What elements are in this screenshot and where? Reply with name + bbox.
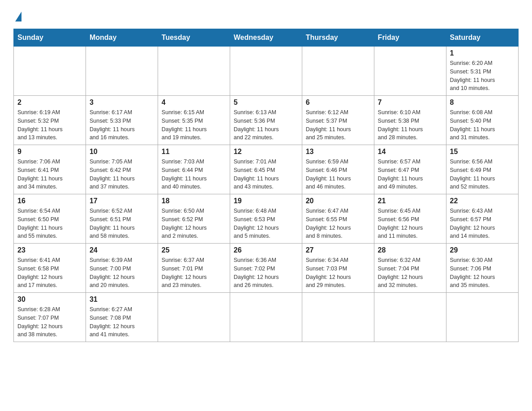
day-number: 5 [234, 98, 298, 107]
day-info: Sunrise: 6:17 AM Sunset: 5:33 PM Dayligh… [90, 108, 154, 142]
calendar-week-2: 2Sunrise: 6:19 AM Sunset: 5:32 PM Daylig… [14, 96, 519, 145]
calendar-cell: 18Sunrise: 6:50 AM Sunset: 6:52 PM Dayli… [158, 194, 230, 244]
weekday-header-monday: Monday [86, 29, 158, 47]
day-info: Sunrise: 6:19 AM Sunset: 5:32 PM Dayligh… [17, 108, 82, 142]
calendar-cell: 29Sunrise: 6:30 AM Sunset: 7:06 PM Dayli… [446, 244, 518, 293]
day-number: 29 [450, 246, 515, 254]
day-info: Sunrise: 6:08 AM Sunset: 5:40 PM Dayligh… [450, 108, 515, 142]
day-info: Sunrise: 6:47 AM Sunset: 6:55 PM Dayligh… [306, 207, 370, 240]
day-number: 10 [90, 148, 154, 156]
calendar-cell [86, 47, 158, 96]
calendar-cell: 3Sunrise: 6:17 AM Sunset: 5:33 PM Daylig… [86, 96, 158, 145]
day-number: 19 [234, 197, 298, 205]
day-number: 30 [17, 295, 82, 304]
calendar-cell [14, 47, 86, 96]
calendar-cell [374, 47, 446, 96]
calendar-week-1: 1Sunrise: 6:20 AM Sunset: 5:31 PM Daylig… [14, 47, 519, 96]
calendar-cell: 31Sunrise: 6:27 AM Sunset: 7:08 PM Dayli… [86, 293, 158, 342]
day-info: Sunrise: 6:57 AM Sunset: 6:47 PM Dayligh… [378, 158, 442, 191]
day-number: 6 [306, 98, 370, 107]
day-info: Sunrise: 7:01 AM Sunset: 6:45 PM Dayligh… [234, 158, 298, 191]
calendar-cell: 12Sunrise: 7:01 AM Sunset: 6:45 PM Dayli… [230, 145, 302, 194]
day-info: Sunrise: 6:10 AM Sunset: 5:38 PM Dayligh… [378, 108, 442, 142]
calendar-cell: 27Sunrise: 6:34 AM Sunset: 7:03 PM Dayli… [302, 244, 374, 293]
day-number: 13 [306, 148, 370, 156]
day-number: 24 [90, 246, 154, 254]
weekday-header-tuesday: Tuesday [158, 29, 230, 47]
calendar-cell [302, 293, 374, 342]
weekday-header-wednesday: Wednesday [230, 29, 302, 47]
day-info: Sunrise: 6:37 AM Sunset: 7:01 PM Dayligh… [162, 256, 226, 290]
calendar-cell: 15Sunrise: 6:56 AM Sunset: 6:49 PM Dayli… [446, 145, 518, 194]
day-info: Sunrise: 6:20 AM Sunset: 5:31 PM Dayligh… [450, 59, 515, 93]
day-info: Sunrise: 7:05 AM Sunset: 6:42 PM Dayligh… [90, 158, 154, 191]
calendar-cell: 4Sunrise: 6:15 AM Sunset: 5:35 PM Daylig… [158, 96, 230, 145]
calendar-cell: 9Sunrise: 7:06 AM Sunset: 6:41 PM Daylig… [14, 145, 86, 194]
day-number: 15 [450, 148, 515, 156]
day-info: Sunrise: 7:03 AM Sunset: 6:44 PM Dayligh… [162, 158, 226, 191]
weekday-header-sunday: Sunday [14, 29, 86, 47]
day-info: Sunrise: 6:28 AM Sunset: 7:07 PM Dayligh… [17, 305, 82, 339]
calendar-cell: 16Sunrise: 6:54 AM Sunset: 6:50 PM Dayli… [14, 194, 86, 244]
calendar-cell: 21Sunrise: 6:45 AM Sunset: 6:56 PM Dayli… [374, 194, 446, 244]
calendar-cell [446, 293, 518, 342]
logo [13, 9, 21, 20]
calendar-table: SundayMondayTuesdayWednesdayThursdayFrid… [13, 29, 519, 342]
day-info: Sunrise: 6:45 AM Sunset: 6:56 PM Dayligh… [378, 207, 442, 240]
day-number: 16 [17, 197, 82, 205]
calendar-cell: 30Sunrise: 6:28 AM Sunset: 7:07 PM Dayli… [14, 293, 86, 342]
calendar-week-6: 30Sunrise: 6:28 AM Sunset: 7:07 PM Dayli… [14, 293, 519, 342]
calendar-header: SundayMondayTuesdayWednesdayThursdayFrid… [14, 29, 519, 47]
calendar-cell [302, 47, 374, 96]
logo-general-text [13, 13, 21, 21]
calendar-week-4: 16Sunrise: 6:54 AM Sunset: 6:50 PM Dayli… [14, 194, 519, 244]
day-number: 18 [162, 197, 226, 205]
day-info: Sunrise: 6:39 AM Sunset: 7:00 PM Dayligh… [90, 256, 154, 290]
day-info: Sunrise: 6:27 AM Sunset: 7:08 PM Dayligh… [90, 305, 154, 339]
calendar-cell [230, 293, 302, 342]
calendar-cell: 1Sunrise: 6:20 AM Sunset: 5:31 PM Daylig… [446, 47, 518, 96]
day-info: Sunrise: 6:30 AM Sunset: 7:06 PM Dayligh… [450, 256, 515, 290]
day-number: 21 [378, 197, 442, 205]
calendar-cell: 10Sunrise: 7:05 AM Sunset: 6:42 PM Dayli… [86, 145, 158, 194]
weekday-header-saturday: Saturday [446, 29, 518, 47]
day-info: Sunrise: 6:48 AM Sunset: 6:53 PM Dayligh… [234, 207, 298, 240]
day-info: Sunrise: 6:34 AM Sunset: 7:03 PM Dayligh… [306, 256, 370, 290]
day-number: 17 [90, 197, 154, 205]
calendar-cell: 8Sunrise: 6:08 AM Sunset: 5:40 PM Daylig… [446, 96, 518, 145]
day-info: Sunrise: 6:12 AM Sunset: 5:37 PM Dayligh… [306, 108, 370, 142]
calendar-cell: 23Sunrise: 6:41 AM Sunset: 6:58 PM Dayli… [14, 244, 86, 293]
calendar-cell: 19Sunrise: 6:48 AM Sunset: 6:53 PM Dayli… [230, 194, 302, 244]
calendar-week-3: 9Sunrise: 7:06 AM Sunset: 6:41 PM Daylig… [14, 145, 519, 194]
calendar-cell [374, 293, 446, 342]
day-number: 12 [234, 148, 298, 156]
calendar-cell: 24Sunrise: 6:39 AM Sunset: 7:00 PM Dayli… [86, 244, 158, 293]
day-number: 9 [17, 148, 82, 156]
page-header [13, 9, 519, 20]
day-info: Sunrise: 6:13 AM Sunset: 5:36 PM Dayligh… [234, 108, 298, 142]
calendar-cell: 7Sunrise: 6:10 AM Sunset: 5:38 PM Daylig… [374, 96, 446, 145]
weekday-row: SundayMondayTuesdayWednesdayThursdayFrid… [14, 29, 519, 47]
calendar-cell [158, 47, 230, 96]
day-info: Sunrise: 6:56 AM Sunset: 6:49 PM Dayligh… [450, 158, 515, 191]
day-number: 1 [450, 49, 515, 57]
day-info: Sunrise: 6:52 AM Sunset: 6:51 PM Dayligh… [90, 207, 154, 240]
calendar-cell: 5Sunrise: 6:13 AM Sunset: 5:36 PM Daylig… [230, 96, 302, 145]
day-number: 31 [90, 295, 154, 304]
day-info: Sunrise: 6:15 AM Sunset: 5:35 PM Dayligh… [162, 108, 226, 142]
day-number: 4 [162, 98, 226, 107]
day-info: Sunrise: 6:59 AM Sunset: 6:46 PM Dayligh… [306, 158, 370, 191]
calendar-cell: 6Sunrise: 6:12 AM Sunset: 5:37 PM Daylig… [302, 96, 374, 145]
day-info: Sunrise: 6:54 AM Sunset: 6:50 PM Dayligh… [17, 207, 82, 240]
day-info: Sunrise: 6:43 AM Sunset: 6:57 PM Dayligh… [450, 207, 515, 240]
day-number: 27 [306, 246, 370, 254]
logo-triangle-icon [15, 12, 21, 21]
calendar-cell: 11Sunrise: 7:03 AM Sunset: 6:44 PM Dayli… [158, 145, 230, 194]
calendar-cell: 14Sunrise: 6:57 AM Sunset: 6:47 PM Dayli… [374, 145, 446, 194]
day-number: 14 [378, 148, 442, 156]
calendar-cell: 26Sunrise: 6:36 AM Sunset: 7:02 PM Dayli… [230, 244, 302, 293]
calendar-cell: 17Sunrise: 6:52 AM Sunset: 6:51 PM Dayli… [86, 194, 158, 244]
weekday-header-thursday: Thursday [302, 29, 374, 47]
calendar-cell: 28Sunrise: 6:32 AM Sunset: 7:04 PM Dayli… [374, 244, 446, 293]
calendar-cell [158, 293, 230, 342]
